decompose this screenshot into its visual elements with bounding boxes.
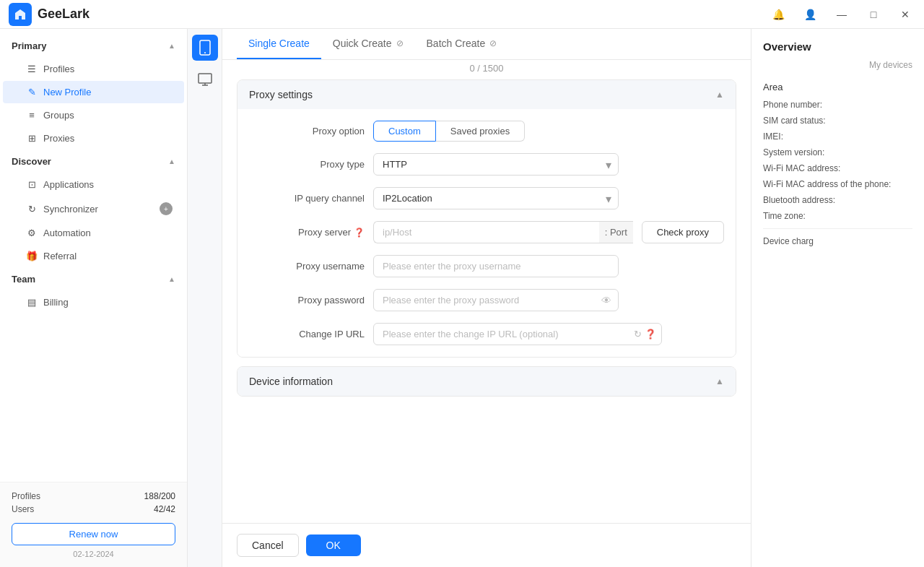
refresh-ip-icon[interactable]: ↻	[634, 329, 642, 339]
cancel-button[interactable]: Cancel	[237, 534, 299, 557]
sidebar-footer: Profiles 188/200 Users 42/42 Renew now 0…	[0, 482, 187, 567]
quick-tab-icon: ⊘	[396, 38, 404, 48]
proxy-option-row: Proxy option Custom Saved proxies	[249, 121, 724, 142]
wifi-mac-phone-key: Wi-Fi MAC address of the phone:	[763, 179, 891, 189]
proxy-server-help-icon[interactable]: ❓	[354, 228, 365, 238]
proxy-section-title: Proxy settings	[249, 89, 313, 100]
ok-button[interactable]: OK	[306, 534, 361, 556]
sidebar-item-applications[interactable]: ⊡ Applications	[3, 173, 184, 196]
password-visibility-icon[interactable]: 👁	[601, 295, 611, 306]
svg-rect-2	[199, 74, 212, 83]
maximize-button[interactable]: □	[863, 4, 884, 25]
bell-icon[interactable]: 🔔	[768, 4, 788, 25]
referral-icon: 🎁	[26, 251, 38, 261]
custom-option-btn[interactable]: Custom	[373, 121, 436, 142]
sidebar-item-new-profile[interactable]: ✎ New Profile	[3, 81, 184, 103]
tab-quick-create[interactable]: Quick Create ⊘	[321, 29, 415, 59]
device-info-title: Device information	[249, 376, 333, 387]
tab-single-create[interactable]: Single Create	[237, 29, 321, 59]
discover-chevron-icon: ▲	[168, 157, 175, 165]
sidebar-item-automation[interactable]: ⚙ Automation	[3, 222, 184, 244]
sidebar-item-proxies[interactable]: ⊞ Proxies	[3, 127, 184, 150]
overview-divider	[763, 228, 912, 229]
proxy-username-row: Proxy username	[249, 255, 724, 277]
change-ip-help-icon[interactable]: ❓	[645, 329, 656, 339]
logo-icon	[9, 3, 32, 26]
wifi-mac-phone-row: Wi-Fi MAC address of the phone:	[763, 179, 912, 189]
close-button[interactable]: ✕	[895, 4, 915, 25]
billing-icon: ▤	[26, 297, 38, 308]
saved-proxies-option-btn[interactable]: Saved proxies	[436, 121, 525, 142]
sidebar-item-groups[interactable]: ≡ Groups	[3, 104, 184, 126]
change-ip-icons: ↻ ❓	[634, 329, 656, 339]
system-version-key: System version:	[763, 147, 824, 157]
sidebar-item-referral[interactable]: 🎁 Referral	[3, 245, 184, 267]
proxy-type-select-wrapper: HTTP HTTPS SOCKS5 No proxy	[373, 153, 619, 176]
sidebar-item-label: Billing	[43, 297, 69, 308]
sidebar-date: 02-12-2024	[12, 550, 175, 558]
sidebar-item-label: Profiles	[43, 64, 74, 74]
change-ip-label: Change IP URL	[249, 329, 365, 339]
phone-number-row: Phone number:	[763, 100, 912, 110]
team-section-label: Team	[12, 274, 35, 285]
proxy-section-body: Proxy option Custom Saved proxies Proxy …	[237, 109, 736, 357]
overview-panel: Overview My devices Area Phone number: S…	[751, 29, 924, 567]
imei-key: IMEI:	[763, 131, 783, 142]
port-separator: : Port	[599, 221, 633, 243]
device-info-header[interactable]: Device information ▲	[237, 367, 736, 396]
area-label: Area	[763, 82, 912, 92]
sidebar-item-synchronizer[interactable]: ↻ Synchronizer +	[3, 196, 184, 221]
renew-button[interactable]: Renew now	[12, 523, 175, 545]
proxy-type-label: Proxy type	[249, 159, 365, 170]
proxy-section-header[interactable]: Proxy settings ▲	[237, 80, 736, 109]
users-stat-value: 42/42	[154, 504, 175, 514]
minimize-button[interactable]: —	[832, 4, 852, 25]
timezone-row: Time zone:	[763, 211, 912, 221]
users-stat: Users 42/42	[12, 504, 175, 514]
sim-status-row: SIM card status:	[763, 116, 912, 126]
sidebar-item-label: New Profile	[43, 87, 91, 98]
device-charge-label: Device charg	[763, 236, 912, 246]
change-ip-input-wrapper: ↻ ❓	[373, 323, 662, 345]
proxy-username-input[interactable]	[373, 255, 619, 277]
sidebar-item-label: Synchronizer	[43, 204, 98, 215]
profiles-stat: Profiles 188/200	[12, 491, 175, 501]
sidebar-item-billing[interactable]: ▤ Billing	[3, 291, 184, 313]
team-chevron-icon: ▲	[168, 275, 175, 283]
icon-strip	[188, 29, 222, 567]
sidebar-section-primary[interactable]: Primary ▲	[0, 35, 187, 57]
form-footer: Cancel OK	[222, 523, 751, 567]
ip-query-row: IP query channel IP2Location IP-API ipin…	[249, 187, 724, 209]
proxy-password-input[interactable]	[373, 289, 619, 311]
user-icon[interactable]: 👤	[800, 4, 820, 25]
users-stat-label: Users	[12, 504, 34, 514]
content-area: Single Create Quick Create ⊘ Batch Creat…	[222, 29, 751, 567]
proxy-host-input[interactable]	[373, 221, 599, 243]
proxy-option-label: Proxy option	[249, 126, 365, 137]
overview-title: Overview	[763, 40, 811, 53]
mobile-icon-btn[interactable]	[192, 35, 218, 61]
ip-query-select[interactable]: IP2Location IP-API ipinfo.io	[373, 187, 619, 209]
tab-batch-create[interactable]: Batch Create ⊘	[415, 29, 509, 59]
sync-badge: +	[160, 202, 173, 215]
svg-point-1	[204, 52, 206, 53]
sidebar-section-discover[interactable]: Discover ▲	[0, 150, 187, 173]
proxy-type-row: Proxy type HTTP HTTPS SOCKS5 No proxy	[249, 153, 724, 176]
device-info-section: Device information ▲	[237, 366, 736, 397]
sidebar-item-profiles[interactable]: ☰ Profiles	[3, 58, 184, 80]
system-version-row: System version:	[763, 147, 912, 157]
change-ip-input[interactable]	[373, 323, 662, 345]
check-proxy-button[interactable]: Check proxy	[642, 221, 724, 243]
proxy-type-select[interactable]: HTTP HTTPS SOCKS5 No proxy	[373, 153, 619, 176]
proxy-settings-section: Proxy settings ▲ Proxy option Custom Sav…	[237, 79, 736, 358]
sidebar-section-team[interactable]: Team ▲	[0, 268, 187, 290]
proxy-collapse-icon: ▲	[715, 90, 724, 100]
proxy-option-buttons: Custom Saved proxies	[373, 121, 525, 142]
bluetooth-row: Bluetooth address:	[763, 195, 912, 205]
tab-single-label: Single Create	[248, 38, 310, 49]
counter-display: 0 / 1500	[222, 60, 751, 79]
ip-query-select-wrapper: IP2Location IP-API ipinfo.io	[373, 187, 619, 209]
sidebar-item-label: Automation	[43, 228, 91, 238]
desktop-icon-btn[interactable]	[192, 66, 218, 92]
groups-icon: ≡	[26, 110, 38, 121]
